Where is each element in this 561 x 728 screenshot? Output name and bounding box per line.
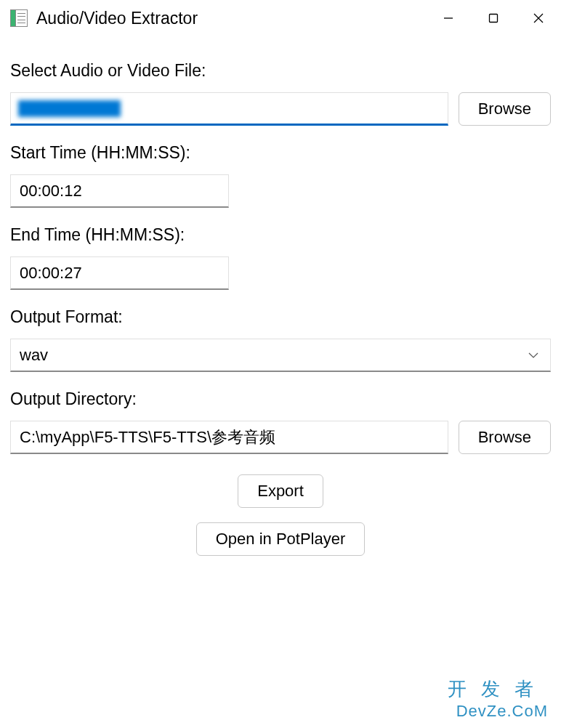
maximize-icon: [488, 13, 499, 23]
browse-directory-button[interactable]: Browse: [459, 421, 551, 454]
watermark-cn: 开发者: [448, 676, 548, 702]
end-time-label: End Time (HH:MM:SS):: [10, 225, 551, 245]
minimize-icon: [443, 13, 453, 23]
app-icon: [10, 9, 28, 27]
svg-rect-1: [490, 15, 498, 23]
main-content: Select Audio or Video File: Browse Start…: [0, 36, 561, 563]
start-time-input[interactable]: [10, 174, 229, 208]
file-path-selection: [18, 100, 121, 117]
close-button[interactable]: [516, 0, 561, 36]
start-time-label: Start Time (HH:MM:SS):: [10, 143, 551, 163]
output-directory-input[interactable]: [10, 421, 448, 454]
watermark-en: DevZe.CoM: [448, 702, 548, 721]
output-format-label: Output Format:: [10, 307, 551, 327]
end-time-input[interactable]: [10, 256, 229, 290]
minimize-button[interactable]: [426, 0, 471, 36]
file-path-input[interactable]: [10, 92, 448, 126]
output-format-select[interactable]: wav: [10, 339, 551, 372]
maximize-button[interactable]: [471, 0, 516, 36]
output-directory-label: Output Directory:: [10, 389, 551, 409]
open-potplayer-button[interactable]: Open in PotPlayer: [196, 522, 366, 556]
titlebar: Audio/Video Extractor: [0, 0, 561, 36]
window-controls: [426, 0, 561, 36]
close-icon: [533, 13, 544, 23]
browse-file-button[interactable]: Browse: [459, 92, 551, 126]
select-file-label: Select Audio or Video File:: [10, 61, 551, 81]
export-button[interactable]: Export: [238, 474, 323, 508]
window-title: Audio/Video Extractor: [36, 9, 426, 28]
watermark: 开发者 DevZe.CoM: [448, 676, 548, 721]
